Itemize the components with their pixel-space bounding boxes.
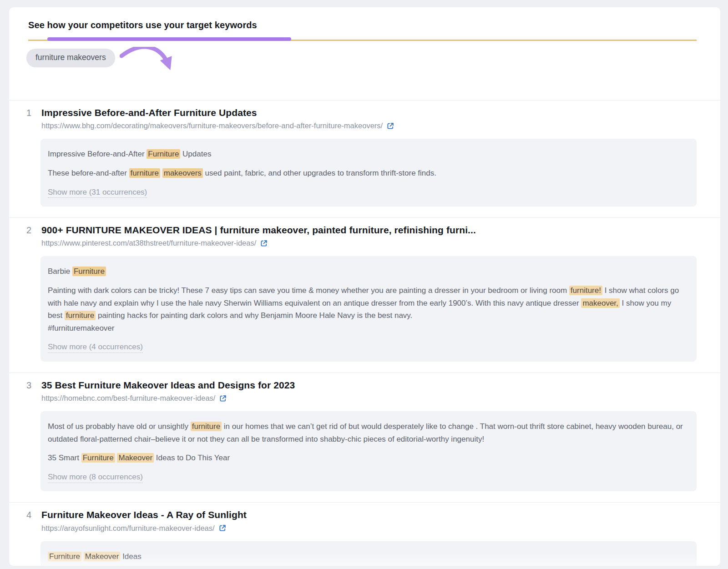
card-header: See how your competitors use your target…	[9, 7, 720, 41]
show-more-link[interactable]: Show more (8 occurrences)	[48, 472, 143, 483]
result-url: https://homebnc.com/best-furniture-makeo…	[41, 393, 215, 403]
results-list: 1 Impressive Before-and-After Furniture …	[9, 101, 720, 566]
result-item: 4 Furniture Makeover Ideas - A Ray of Su…	[9, 502, 720, 566]
result-rank: 2	[26, 224, 41, 236]
header-divider-line	[28, 40, 697, 41]
result-url-row: https://arayofsunlight.com/furniture-mak…	[41, 523, 697, 534]
result-head: 2 900+ FURNITURE MAKEOVER IDEAS | furnit…	[26, 224, 697, 248]
keyword-highlight: Makeover	[117, 453, 154, 463]
external-link-icon[interactable]	[219, 394, 227, 403]
result-url-row: https://www.pinterest.com/at38thstreet/f…	[41, 238, 697, 248]
page-title: See how your competitors use your target…	[28, 19, 697, 31]
keyword-highlight: makeover,	[581, 298, 619, 308]
keyword-highlight: Furniture	[81, 453, 115, 463]
keyword-row: furniture makeovers	[9, 41, 720, 101]
keyword-highlight: furniture	[191, 422, 222, 431]
keyword-highlight: makeovers	[162, 168, 203, 178]
result-title: 35 Best Furniture Makeover Ideas and Des…	[41, 379, 697, 392]
result-rank: 4	[26, 509, 41, 520]
result-head: 1 Impressive Before-and-After Furniture …	[26, 106, 697, 131]
result-item: 3 35 Best Furniture Makeover Ideas and D…	[9, 373, 720, 503]
curved-arrow-icon	[120, 47, 181, 79]
result-url-row: https://www.bhg.com/decorating/makeovers…	[41, 121, 697, 131]
snippet-text: Painting with dark colors can be tricky!…	[48, 284, 687, 334]
snippet-text: These before-and-after furniture makeove…	[48, 167, 687, 180]
result-head-main: Impressive Before-and-After Furniture Up…	[41, 106, 697, 131]
result-title: 900+ FURNITURE MAKEOVER IDEAS | furnitur…	[41, 224, 697, 237]
result-head: 3 35 Best Furniture Makeover Ideas and D…	[26, 379, 697, 403]
result-item: 1 Impressive Before-and-After Furniture …	[9, 101, 720, 217]
external-link-icon[interactable]	[218, 524, 227, 532]
snippet-text: 35 Smart Furniture Makeover Ideas to Do …	[48, 452, 687, 464]
external-link-icon[interactable]	[386, 122, 394, 130]
keyword-highlight: furniture	[65, 311, 96, 320]
result-title: Impressive Before-and-After Furniture Up…	[41, 106, 697, 119]
result-url: https://www.pinterest.com/at38thstreet/f…	[41, 238, 256, 248]
show-more-link[interactable]: Show more (31 occurrences)	[48, 187, 147, 198]
result-head-main: Furniture Makeover Ideas - A Ray of Sunl…	[41, 509, 697, 533]
result-rank: 1	[26, 106, 41, 118]
snippet-text: Most of us probably have old or unsightl…	[48, 420, 687, 445]
keyword-highlight: furniture	[129, 168, 160, 178]
snippet-text: Furniture Makeover Ideas	[48, 550, 687, 563]
keyword-highlight: Furniture	[147, 149, 180, 159]
result-item: 2 900+ FURNITURE MAKEOVER IDEAS | furnit…	[9, 217, 720, 373]
keyword-highlight: Makeover	[84, 552, 121, 561]
snippet-box: Barbie FurniturePainting with dark color…	[40, 256, 697, 361]
result-rank: 3	[26, 379, 41, 391]
show-more-link[interactable]: Show more (4 occurrences)	[48, 342, 143, 353]
snippet-box: Impressive Before-and-After Furniture Up…	[40, 139, 697, 206]
keyword-chip: furniture makeovers	[26, 49, 115, 67]
serp-analysis-card: See how your competitors use your target…	[9, 7, 720, 566]
keyword-highlight: Furniture	[72, 267, 106, 276]
result-head-main: 35 Best Furniture Makeover Ideas and Des…	[41, 379, 697, 403]
keyword-highlight: furniture!	[569, 286, 602, 295]
result-title: Furniture Makeover Ideas - A Ray of Sunl…	[41, 509, 697, 521]
snippet-text: Impressive Before-and-After Furniture Up…	[48, 148, 687, 161]
snippet-box: Furniture Makeover IdeasLooking to redec…	[40, 541, 697, 566]
keyword-highlight: Furniture	[48, 552, 81, 561]
result-url-row: https://homebnc.com/best-furniture-makeo…	[41, 393, 697, 403]
result-head: 4 Furniture Makeover Ideas - A Ray of Su…	[26, 509, 697, 533]
external-link-icon[interactable]	[260, 239, 268, 247]
result-url: https://arayofsunlight.com/furniture-mak…	[41, 523, 215, 534]
title-underline-highlight	[47, 37, 291, 41]
snippet-box: Most of us probably have old or unsightl…	[40, 411, 697, 491]
result-head-main: 900+ FURNITURE MAKEOVER IDEAS | furnitur…	[41, 224, 697, 248]
snippet-text: Barbie Furniture	[48, 265, 687, 278]
result-url: https://www.bhg.com/decorating/makeovers…	[41, 121, 383, 131]
